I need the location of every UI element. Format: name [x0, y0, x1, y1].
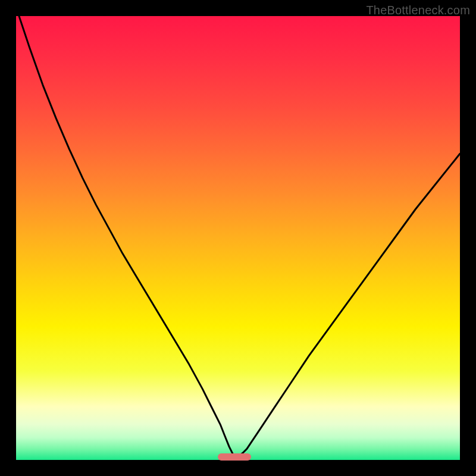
plot-area	[16, 16, 460, 460]
watermark-text: TheBottleneck.com	[366, 4, 470, 17]
optimum-marker	[218, 453, 251, 461]
chart-frame: TheBottleneck.com	[0, 0, 476, 476]
bottleneck-curve	[16, 16, 460, 460]
